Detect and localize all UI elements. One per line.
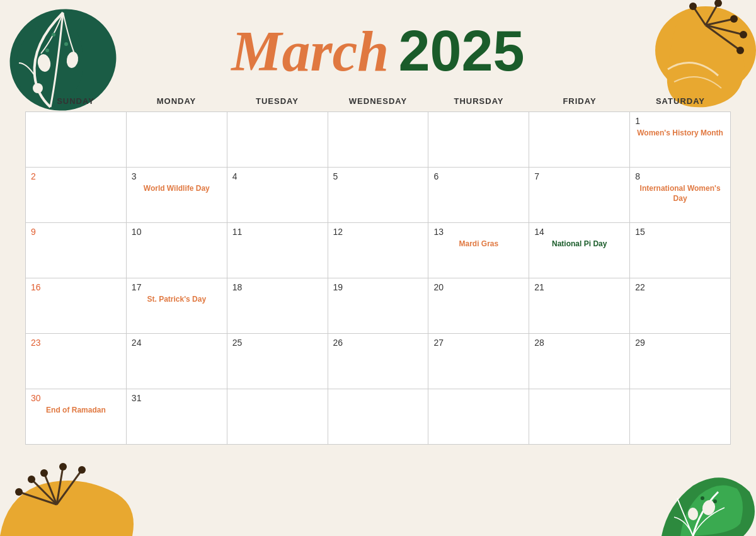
table-row: 7 [529,168,630,223]
svg-point-26 [28,476,35,483]
svg-point-30 [701,496,704,500]
table-row: 15 [630,223,731,278]
table-row: 24 [127,334,227,389]
table-row: 31 [127,389,227,445]
cell-date: 5 [333,171,423,181]
day-sunday: SUNDAY [25,93,126,109]
cell-date: 28 [534,338,624,348]
table-row: 29 [630,334,731,389]
cell-date: 20 [433,282,524,292]
cell-date: 17 [132,282,222,292]
table-row [428,389,529,445]
table-row: 16 [26,278,127,334]
cell-event: St. Patrick's Day [132,295,222,305]
cell-date: 25 [232,338,323,348]
month-title: March [231,19,389,84]
deco-bottom-left [0,454,139,536]
table-row: 4 [227,168,328,223]
table-row [630,389,731,445]
table-row: 23 [26,334,127,389]
day-friday: FRIDAY [529,93,630,109]
year-title: 2025 [398,19,524,84]
table-row [529,112,630,168]
cell-date: 22 [635,282,725,292]
cell-date: 27 [433,338,524,348]
table-row: 11 [227,223,328,278]
cell-date: 11 [232,227,323,237]
table-row: 14National Pi Day [529,223,630,278]
table-row: 3World Wildlife Day [127,168,227,223]
table-row: 21 [529,278,630,334]
table-row [127,112,227,168]
day-monday: MONDAY [126,93,227,109]
table-row: 20 [428,278,529,334]
cell-event: International Women's Day [635,184,725,203]
cell-date: 3 [132,171,222,181]
cell-date: 19 [333,282,423,292]
day-wednesday: WEDNESDAY [328,93,428,109]
day-headers: SUNDAY MONDAY TUESDAY WEDNESDAY THURSDAY… [25,93,731,109]
cell-date: 8 [635,171,725,181]
day-tuesday: TUESDAY [227,93,328,109]
cell-date: 12 [333,227,423,237]
table-row: 2 [26,168,127,223]
cell-event: Women's History Month [635,128,725,139]
table-row [26,112,127,168]
table-row [428,112,529,168]
table-row: 12 [328,223,429,278]
calendar-header: March 2025 [0,0,756,93]
table-row [328,389,429,445]
cell-date: 7 [534,171,624,181]
cell-date: 4 [232,171,323,181]
cell-date: 31 [132,393,222,403]
cell-date: 21 [534,282,624,292]
cell-date: 10 [132,227,222,237]
table-row: 8International Women's Day [630,168,731,223]
table-row: 9 [26,223,127,278]
table-row: 1Women's History Month [630,112,731,168]
table-row: 28 [529,334,630,389]
table-row: 5 [328,168,429,223]
cell-date: 18 [232,282,323,292]
table-row: 17St. Patrick's Day [127,278,227,334]
cell-date: 15 [635,227,725,237]
cell-date: 30 [31,393,121,403]
table-row: 18 [227,278,328,334]
cell-date: 2 [31,171,121,181]
cell-date: 13 [433,227,524,237]
cell-date: 24 [132,338,222,348]
table-row: 19 [328,278,429,334]
table-row [328,112,429,168]
table-row [227,389,328,445]
cell-event: End of Ramadan [31,406,121,416]
cell-date: 29 [635,338,725,348]
cell-event: National Pi Day [534,239,624,249]
table-row [227,112,328,168]
cell-event: Mardi Gras [433,239,524,249]
cell-event: World Wildlife Day [132,184,222,194]
table-row: 30End of Ramadan [26,389,127,445]
calendar-grid: 1Women's History Month23World Wildlife D… [25,111,731,445]
cell-date: 9 [31,227,121,237]
cell-date: 6 [433,171,524,181]
table-row: 13Mardi Gras [428,223,529,278]
day-saturday: SATURDAY [630,93,731,109]
cell-date: 23 [31,338,121,348]
table-row: 10 [127,223,227,278]
table-row: 25 [227,334,328,389]
table-row: 26 [328,334,429,389]
cell-date: 16 [31,282,121,292]
cell-date: 14 [534,227,624,237]
svg-point-31 [713,499,717,503]
table-row: 27 [428,334,529,389]
svg-point-23 [40,469,48,477]
day-thursday: THURSDAY [428,93,529,109]
cell-date: 26 [333,338,423,348]
calendar: SUNDAY MONDAY TUESDAY WEDNESDAY THURSDAY… [25,93,731,445]
deco-bottom-right [630,454,756,536]
svg-point-24 [59,463,67,470]
svg-point-25 [78,466,86,474]
cell-date: 1 [635,116,725,126]
table-row: 6 [428,168,529,223]
table-row [529,389,630,445]
